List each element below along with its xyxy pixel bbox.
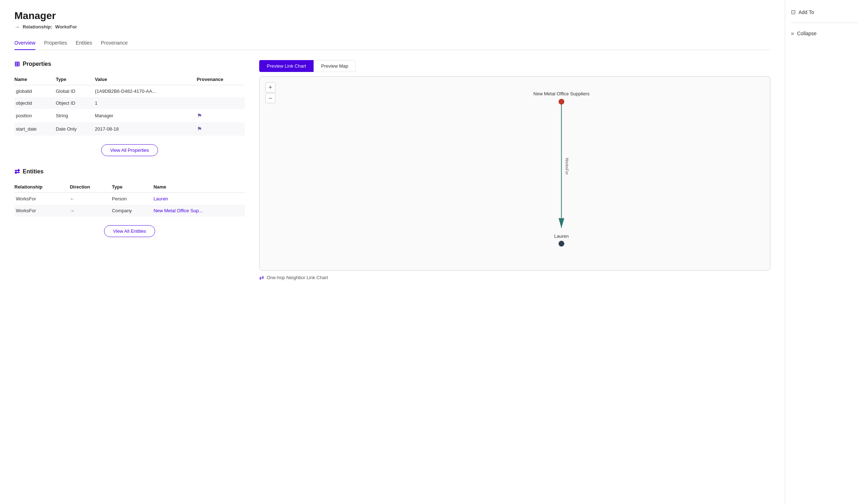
prop-provenance[interactable]: ⚑: [197, 109, 245, 122]
table-row: position String Manager ⚑: [14, 109, 245, 122]
properties-title: Properties: [23, 61, 51, 67]
collapse-button[interactable]: » Collapse: [791, 29, 858, 38]
neighbor-icon: ⇄: [259, 274, 264, 281]
prop-type: String: [56, 109, 95, 122]
table-row: WorksFor → Company New Metal Office Sup.…: [14, 205, 245, 217]
prop-value: Manager: [95, 109, 197, 122]
entity-type: Person: [112, 193, 154, 205]
relationship-label: → Relationship: WorksFor: [14, 24, 770, 30]
tab-provenance[interactable]: Provenance: [101, 37, 128, 50]
prop-value: 2017-08-18: [95, 122, 197, 136]
table-row: WorksFor ← Person Lauren: [14, 193, 245, 205]
add-to-label: Add To: [798, 9, 814, 15]
zoom-in-button[interactable]: +: [265, 82, 275, 92]
col-name: Name: [153, 181, 245, 193]
top-node-label: New Metal Office Suppliers: [534, 91, 590, 96]
preview-map-tab[interactable]: Preview Map: [314, 60, 356, 72]
view-all-entities-button[interactable]: View All Entities: [104, 225, 155, 237]
sidebar-divider: [791, 23, 858, 23]
relationship-prefix: Relationship:: [23, 24, 52, 29]
table-row: globalid Global ID {1A9DB2B6-D482-4170-A…: [14, 85, 245, 97]
bottom-node-label: Lauren: [554, 233, 568, 239]
tab-bar: Overview Properties Entities Provenance: [14, 37, 770, 50]
zoom-controls: + −: [265, 82, 275, 103]
prop-provenance: [197, 97, 245, 109]
add-to-button[interactable]: ⊡ Add To: [791, 7, 858, 17]
prop-name: position: [14, 109, 56, 122]
properties-section-header: ⊞ Properties: [14, 60, 245, 68]
chart-footer: ⇄ One-hop Neighbor Link Chart: [259, 274, 770, 281]
link-chart-svg: New Metal Office Suppliers WorksFor Laur…: [260, 77, 770, 270]
tab-properties[interactable]: Properties: [44, 37, 67, 50]
prop-type: Global ID: [56, 85, 95, 97]
col-provenance: Provenance: [197, 74, 245, 85]
entity-type: Company: [112, 205, 154, 217]
table-row: start_date Date Only 2017-08-18 ⚑: [14, 122, 245, 136]
properties-icon: ⊞: [14, 60, 20, 68]
entities-table: Relationship Direction Type Name WorksFo…: [14, 181, 245, 217]
prop-name: start_date: [14, 122, 56, 136]
col-name: Name: [14, 74, 56, 85]
prop-value: 1: [95, 97, 197, 109]
sidebar-panel: ⊡ Add To » Collapse: [785, 0, 864, 504]
entities-title: Entities: [23, 168, 44, 175]
collapse-icon: »: [791, 30, 794, 37]
entity-link[interactable]: Lauren: [153, 196, 168, 201]
collapse-label: Collapse: [797, 31, 816, 36]
preview-tab-bar: Preview Link Chart Preview Map: [259, 60, 770, 72]
prop-name: globalid: [14, 85, 56, 97]
prop-provenance: [197, 85, 245, 97]
prop-provenance[interactable]: ⚑: [197, 122, 245, 136]
zoom-out-button[interactable]: −: [265, 93, 275, 103]
edge-label: WorksFor: [565, 158, 569, 175]
properties-table: Name Type Value Provenance globalid Glob…: [14, 74, 245, 136]
entities-icon: ⇄: [14, 168, 20, 176]
entity-direction: →: [70, 205, 112, 217]
view-all-properties-button[interactable]: View All Properties: [101, 144, 158, 156]
add-to-icon: ⊡: [791, 9, 796, 15]
col-value: Value: [95, 74, 197, 85]
entity-relationship: WorksFor: [14, 205, 70, 217]
tab-overview[interactable]: Overview: [14, 37, 35, 50]
prop-type: Date Only: [56, 122, 95, 136]
tab-entities[interactable]: Entities: [76, 37, 92, 50]
prop-value: {1A9DB2B6-D482-4170-AA...: [95, 85, 197, 97]
page-title: Manager: [14, 10, 770, 22]
edge-arrow: [559, 218, 564, 228]
chart-footer-label: One-hop Neighbor Link Chart: [267, 275, 328, 280]
top-node[interactable]: [559, 99, 564, 105]
col-direction: Direction: [70, 181, 112, 193]
entities-section-header: ⇄ Entities: [14, 168, 245, 176]
entity-link[interactable]: New Metal Office Sup...: [153, 208, 202, 213]
entity-relationship: WorksFor: [14, 193, 70, 205]
prop-name: objectid: [14, 97, 56, 109]
prop-type: Object ID: [56, 97, 95, 109]
arrow-right-icon: →: [14, 24, 20, 30]
relationship-name: WorksFor: [55, 24, 77, 29]
bottom-node[interactable]: [559, 241, 564, 246]
entity-name[interactable]: Lauren: [153, 193, 245, 205]
col-type: Type: [112, 181, 154, 193]
table-row: objectid Object ID 1: [14, 97, 245, 109]
entity-direction: ←: [70, 193, 112, 205]
col-type: Type: [56, 74, 95, 85]
preview-link-chart-tab[interactable]: Preview Link Chart: [259, 60, 314, 72]
provenance-icon[interactable]: ⚑: [197, 113, 202, 119]
entity-name[interactable]: New Metal Office Sup...: [153, 205, 245, 217]
provenance-icon[interactable]: ⚑: [197, 126, 202, 132]
link-chart-container: + − New Metal Office Suppliers Work: [259, 76, 770, 271]
col-relationship: Relationship: [14, 181, 70, 193]
